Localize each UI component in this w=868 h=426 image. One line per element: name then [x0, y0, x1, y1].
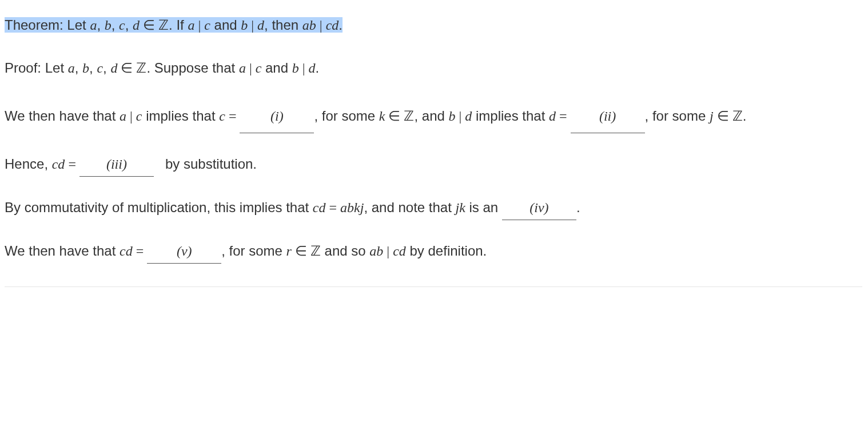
var-b: b — [105, 18, 112, 33]
var-a: a — [90, 18, 97, 33]
proof-content: Theorem: Let a, b, c, d ∈ ℤ. If a | c an… — [5, 14, 862, 287]
divides-symbol: | — [194, 18, 204, 33]
divider — [5, 286, 862, 287]
blank-v[interactable]: (v) — [147, 240, 221, 264]
proof-step-4: We then have that cd = (v), for some r ∈… — [5, 240, 862, 264]
proof-label: Proof: Let — [5, 60, 68, 75]
proof-step-3: By commutativity of multiplication, this… — [5, 196, 862, 220]
integers-symbol: ℤ — [158, 18, 169, 33]
proof-step-1: We then have that a | c implies that c =… — [5, 99, 862, 134]
var-c: c — [119, 18, 125, 33]
theorem-label: Theorem: Let — [5, 17, 90, 33]
blank-i[interactable]: (i) — [240, 100, 314, 134]
blank-iii[interactable]: (iii) — [79, 153, 154, 177]
divides-symbol: | — [316, 18, 326, 33]
theorem-statement: Theorem: Let a, b, c, d ∈ ℤ. If a | c an… — [5, 14, 862, 37]
var-d: d — [133, 18, 140, 33]
blank-ii[interactable]: (ii) — [571, 100, 645, 134]
divides-symbol: | — [248, 18, 257, 33]
proof-step-2: Hence, cd = (iii) by substitution. — [5, 153, 862, 177]
element-of: ∈ — [140, 18, 158, 33]
highlighted-theorem: Theorem: Let a, b, c, d ∈ ℤ. If a | c an… — [5, 17, 343, 33]
blank-iv[interactable]: (iv) — [502, 196, 576, 220]
proof-intro: Proof: Let a, b, c, d ∈ ℤ. Suppose that … — [5, 57, 862, 80]
